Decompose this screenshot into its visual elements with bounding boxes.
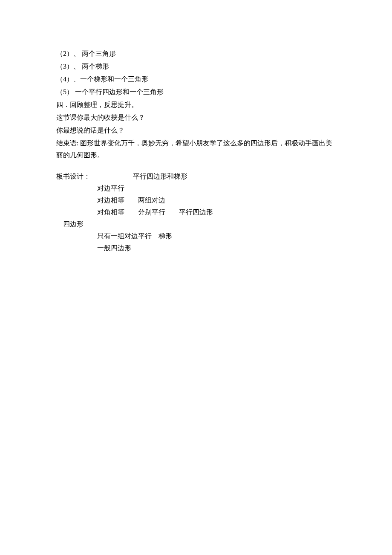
board-row-2b: 两组对边 xyxy=(138,194,172,206)
board-row-2a: 对边相等 xyxy=(97,194,131,206)
board-row-3b: 分别平行 xyxy=(138,206,172,218)
board-row-3a: 对角相等 xyxy=(97,206,131,218)
list-item-3: （3）、 两个梯形 xyxy=(56,61,337,72)
board-row-5: 一般四边形 xyxy=(56,242,337,254)
closing-remark: 结束语: 图形世界变化万千，奥妙无穷，希望小朋友学了这么多的四边形后，积极动手画… xyxy=(56,137,337,161)
board-row-4b: 梯形 xyxy=(159,230,193,242)
list-item-2: （2）、 两个三角形 xyxy=(56,48,337,60)
board-row-4: 只有一组对边平行 梯形 xyxy=(56,230,337,242)
list-item-4: （4）、一个梯形和一个三角形 xyxy=(56,73,337,85)
board-left-label: 四边形 xyxy=(56,218,337,230)
question-1: 这节课你最大的收获是什么？ xyxy=(56,112,337,124)
question-2: 你最想说的话是什么？ xyxy=(56,124,337,136)
section-heading: 四．回顾整理，反思提升。 xyxy=(56,99,337,111)
board-row-3: 对角相等 分别平行 平行四边形 xyxy=(56,206,337,218)
board-design-heading: 板书设计： 平行四边形和梯形 xyxy=(56,171,337,182)
board-title: 平行四边形和梯形 xyxy=(133,171,187,182)
list-item-5: （5） 一个平行四边形和一个三角形 xyxy=(56,86,337,98)
board-row-1: 对边平行 xyxy=(56,182,337,194)
board-row-2: 对边相等 两组对边 xyxy=(56,194,337,206)
board-row-3c: 平行四边形 xyxy=(179,206,213,218)
board-row-4a: 只有一组对边平行 xyxy=(97,230,152,242)
board-label: 板书设计： xyxy=(56,171,90,182)
